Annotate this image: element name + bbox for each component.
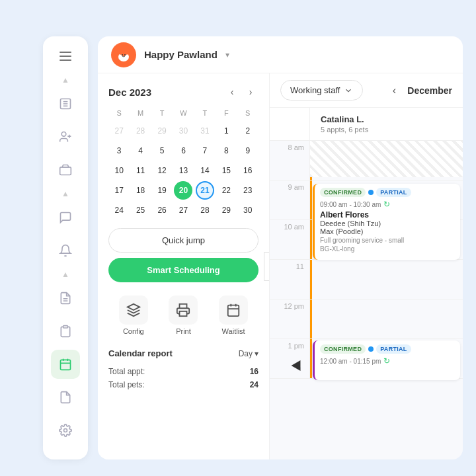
- cal-day[interactable]: 7: [196, 141, 214, 160]
- cal-day[interactable]: 17: [110, 181, 128, 200]
- cal-day[interactable]: 26: [153, 201, 171, 219]
- calendar-day-headers: S M T W T F S: [108, 108, 258, 118]
- sidebar-item-users[interactable]: [51, 122, 80, 151]
- schedule-cell-11[interactable]: [310, 260, 463, 299]
- day-header-t2: T: [194, 108, 216, 118]
- print-label: Print: [176, 327, 191, 335]
- sidebar-item-bell[interactable]: [51, 236, 80, 265]
- cal-day[interactable]: 14: [196, 161, 214, 180]
- cal-day[interactable]: 30: [174, 122, 192, 140]
- unavailable-block: [310, 141, 463, 177]
- cal-day[interactable]: 27: [174, 201, 192, 219]
- report-value-appt: 16: [250, 367, 258, 376]
- calendar-title: Dec 2023: [108, 87, 151, 98]
- cal-day[interactable]: 23: [239, 181, 257, 200]
- right-panel: Working staff ‹ December: [270, 73, 463, 459]
- menu-icon[interactable]: [54, 44, 77, 68]
- calendar-nav: ‹ ›: [224, 84, 258, 100]
- staff-meta: 5 appts, 6 pets: [321, 126, 452, 134]
- print-icon: [169, 296, 198, 325]
- svg-rect-0: [60, 52, 71, 53]
- schedule-nav: ‹ December: [385, 81, 452, 100]
- cal-day[interactable]: 29: [153, 122, 171, 140]
- schedule-prev-btn[interactable]: ‹: [385, 81, 403, 100]
- cal-day[interactable]: 1: [217, 122, 235, 140]
- cal-day[interactable]: 27: [110, 122, 128, 140]
- calendar-next-btn[interactable]: ›: [243, 84, 258, 100]
- cal-day[interactable]: 29: [217, 201, 235, 219]
- chevron-up-icon-3[interactable]: ▲: [58, 269, 73, 280]
- cal-day-selected[interactable]: 21: [196, 181, 214, 200]
- cal-day[interactable]: 30: [239, 201, 257, 219]
- chevron-up-icon-2[interactable]: ▲: [58, 188, 73, 199]
- waitlist-tool[interactable]: Waitlist: [219, 296, 248, 335]
- cal-day[interactable]: 12: [153, 161, 171, 180]
- config-tool[interactable]: Config: [119, 296, 148, 335]
- cal-day[interactable]: 18: [132, 181, 150, 200]
- cal-day[interactable]: 11: [132, 161, 150, 180]
- cal-day[interactable]: 31: [196, 122, 214, 140]
- cal-day[interactable]: 22: [217, 181, 235, 200]
- cal-day[interactable]: 4: [132, 141, 150, 160]
- cal-day-today[interactable]: 20: [174, 181, 192, 200]
- cal-day[interactable]: 13: [174, 161, 192, 180]
- cal-day[interactable]: 5: [153, 141, 171, 160]
- cal-day[interactable]: 28: [196, 201, 214, 219]
- cal-day[interactable]: 6: [174, 141, 192, 160]
- top-bar: Happy Pawland ▾: [98, 36, 463, 73]
- schedule-grid[interactable]: Catalina L. 5 appts, 6 pets 8 am 9 am 10…: [270, 108, 463, 459]
- schedule-cell-12pm[interactable]: [310, 299, 463, 339]
- cal-day[interactable]: 25: [132, 201, 150, 219]
- print-tool[interactable]: Print: [169, 296, 198, 335]
- cal-day[interactable]: 28: [132, 122, 150, 140]
- svg-rect-24: [228, 305, 239, 317]
- appointment-card-1[interactable]: CONFIRMED PARTIAL 09:00 am - 10:30 am ↻ …: [313, 184, 460, 260]
- appt-service-code-1: BG-XL-long: [320, 245, 455, 253]
- cal-day[interactable]: 24: [110, 201, 128, 219]
- sidebar-item-calendar[interactable]: [51, 350, 80, 379]
- period-dropdown[interactable]: Day ▾: [239, 349, 258, 358]
- cal-day[interactable]: 8: [217, 141, 235, 160]
- svg-rect-1: [60, 56, 71, 57]
- sidebar-item-list[interactable]: [51, 89, 80, 118]
- period-dropdown-icon: ▾: [255, 349, 258, 358]
- appointment-card-2[interactable]: CONFIRMED PARTIAL 12:00 am - 01:15 pm ↻: [313, 340, 460, 380]
- time-slot-1pm: 1 pm: [270, 339, 309, 379]
- time-slot-10am: 10 am: [270, 220, 309, 260]
- calendar-week-3: 10 11 12 13 14 15 16: [108, 161, 258, 180]
- quick-jump-button[interactable]: Quick jump: [108, 228, 258, 253]
- chevron-up-icon-1[interactable]: ▲: [58, 75, 73, 85]
- calendar-report-title: Calendar report: [108, 348, 173, 358]
- left-panel: Dec 2023 ‹ › S M T W T F S: [98, 73, 270, 459]
- working-staff-label: Working staff: [290, 85, 340, 95]
- brand-dropdown-icon[interactable]: ▾: [225, 50, 229, 60]
- panel-collapse-button[interactable]: ‹: [264, 252, 270, 281]
- svg-point-18: [121, 51, 126, 56]
- cal-day[interactable]: 19: [153, 181, 171, 200]
- cal-day[interactable]: 16: [239, 161, 257, 180]
- recur-icon: ↻: [383, 200, 390, 209]
- time-column: 8 am 9 am 10 am 11 12 pm 1 pm: [270, 141, 309, 379]
- cal-day[interactable]: 9: [239, 141, 257, 160]
- cal-day[interactable]: 2: [239, 122, 257, 140]
- calendar-grid: S M T W T F S 27 28 29 30 31: [108, 108, 258, 220]
- svg-rect-2: [60, 60, 71, 61]
- sidebar-item-history[interactable]: [51, 383, 80, 412]
- sidebar-item-inventory[interactable]: [51, 155, 80, 184]
- period-label: Day: [239, 349, 253, 358]
- working-staff-dropdown[interactable]: Working staff: [280, 80, 363, 100]
- cal-day[interactable]: 10: [110, 161, 128, 180]
- sidebar-item-chat[interactable]: [51, 203, 80, 232]
- staff-schedule-column[interactable]: CONFIRMED PARTIAL 09:00 am - 10:30 am ↻ …: [309, 141, 463, 379]
- sidebar-item-clipboard[interactable]: [51, 317, 80, 346]
- calendar-prev-btn[interactable]: ‹: [224, 84, 240, 100]
- time-slot-11: 11: [270, 260, 309, 299]
- sidebar-item-reports[interactable]: [51, 284, 80, 313]
- smart-scheduling-button[interactable]: Smart Scheduling: [108, 258, 258, 282]
- sidebar-item-settings[interactable]: [51, 416, 80, 445]
- staff-name: Catalina L.: [321, 114, 452, 124]
- cal-day[interactable]: 3: [110, 141, 128, 160]
- dropdown-chevron-icon: [344, 86, 353, 95]
- config-label: Config: [123, 327, 144, 335]
- cal-day[interactable]: 15: [217, 161, 235, 180]
